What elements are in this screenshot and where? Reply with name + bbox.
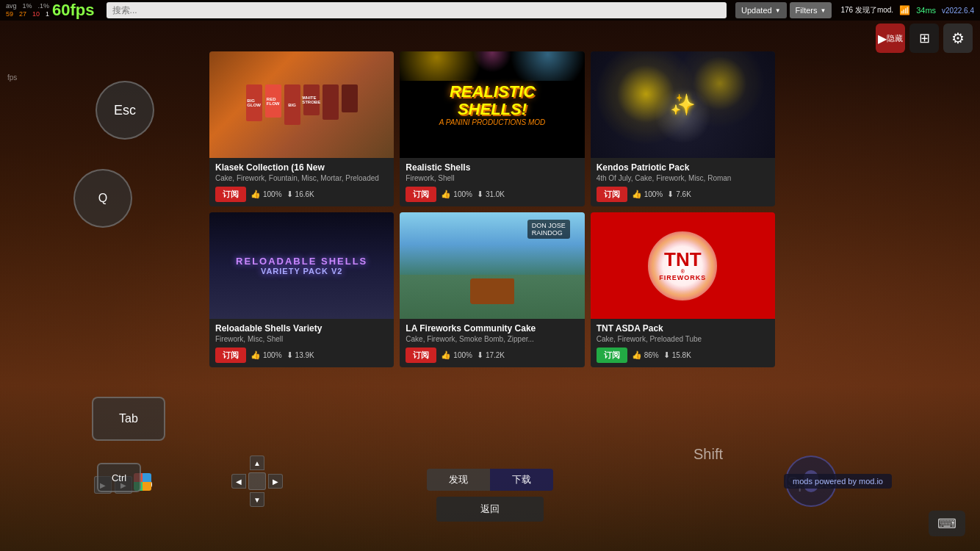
rating-la: 👍 100% [441, 350, 472, 360]
subscribe-btn-kendos[interactable]: 订阅 [597, 187, 627, 202]
mod-thumb-la: DON JOSERAINDOG [400, 212, 584, 319]
wifi-icon: 📶 [899, 5, 910, 15]
mod-card-reloadable[interactable]: RELOADABLE SHELLS VARIETY PACK V2 Reload… [209, 212, 394, 367]
mod-thumb-tnt: TNT ® FIREWORKS [591, 212, 775, 319]
thumbs-up-icon-6: 👍 [632, 350, 642, 360]
search-bar[interactable] [107, 2, 727, 18]
subscribe-btn-reloadable[interactable]: 订阅 [215, 347, 246, 363]
downloads-klasek: ⬇ 16.6K [287, 190, 314, 199]
back-button[interactable]: 返回 [436, 497, 544, 522]
settings-button[interactable]: ⚙ [943, 24, 973, 53]
filters-button[interactable]: Filters [790, 2, 832, 18]
mod-card-tnt[interactable]: TNT ® FIREWORKS TNT ASDA Pack Cake, Fire… [591, 212, 775, 367]
mod-thumb-kendos: ✨ [591, 51, 775, 158]
ctrl-key-label: Ctrl [112, 472, 126, 483]
rating-realistic: 👍 100% [441, 190, 472, 199]
fps-stats: avg1%.1% 59 27 10 1 [6, 2, 49, 18]
mod-info-tnt: TNT ASDA Pack Cake, Firework, Preloaded … [591, 319, 775, 367]
mod-card-kendos[interactable]: ✨ Kendos Patriotic Pack 4th Of July, Cak… [591, 51, 775, 206]
mods-powered-banner: mods powered by mod.io [784, 474, 892, 489]
hide-button[interactable]: ▶ 隐藏 [876, 24, 905, 53]
updated-button[interactable]: Updated [735, 2, 787, 18]
mod-title-la: LA Fireworks Community Cake [406, 323, 578, 334]
download-icon-5: ⬇ [477, 350, 483, 360]
mod-title-tnt: TNT ASDA Pack [597, 323, 769, 334]
ctrl-key[interactable]: Ctrl [97, 463, 141, 492]
download-icon-3: ⬇ [667, 190, 674, 199]
mod-actions-la: 订阅 👍 100% ⬇ 17.2K [406, 347, 578, 363]
mod-title-klasek: Klasek Collection (16 New [215, 162, 388, 173]
mod-card-realistic[interactable]: REALISTICSHELLS! A PANINI PRODUCTIONS MO… [400, 51, 584, 206]
q-label: Q [98, 192, 107, 205]
qr-icon: ⊞ [919, 30, 930, 46]
esc-label: Esc [114, 103, 136, 118]
updated-label: Updated [741, 6, 772, 15]
subscribe-btn-klasek[interactable]: 订阅 [215, 187, 246, 202]
mod-thumb-realistic: REALISTICSHELLS! A PANINI PRODUCTIONS MO… [400, 51, 584, 158]
tab-key[interactable]: Tab [92, 397, 165, 441]
realistic-main-text: REALISTICSHELLS! [439, 83, 545, 118]
mod-actions-reloadable: 订阅 👍 100% ⬇ 13.9K [215, 347, 388, 363]
downloads-reloadable: ⬇ 13.9K [287, 350, 314, 360]
dpad[interactable]: ▲ ▼ ◀ ▶ [231, 455, 283, 507]
dpad-center[interactable] [248, 472, 266, 490]
mod-info-realistic: Realistic Shells Firework, Shell 订阅 👍 10… [400, 158, 584, 206]
qr-button[interactable]: ⊞ [909, 24, 939, 53]
downloads-kendos: ⬇ 7.6K [667, 190, 691, 199]
dpad-down[interactable]: ▼ [250, 492, 264, 507]
mod-grid: BIGGLOW REDFLOW BIG WHITESTROBE Klasek C… [209, 51, 775, 367]
mod-tags-la: Cake, Firework, Smoke Bomb, Zipper... [406, 335, 578, 343]
dpad-right[interactable]: ▶ [268, 474, 283, 489]
keyboard-icon: ⌨ [937, 516, 956, 532]
mod-tags-tnt: Cake, Firework, Preloaded Tube [597, 335, 769, 343]
downloads-tnt: ⬇ 15.8K [663, 350, 691, 360]
ping-display: 34ms [916, 6, 936, 15]
version-text: v2022.6.4 [942, 7, 974, 15]
mod-tags-realistic: Firework, Shell [406, 174, 578, 182]
q-key[interactable]: Q [73, 169, 132, 228]
rating-klasek: 👍 100% [251, 190, 282, 199]
download-icon-4: ⬇ [287, 350, 293, 360]
thumbs-up-icon-4: 👍 [251, 350, 261, 360]
mod-count-text: 176 发现了mod. [840, 5, 893, 15]
shift-label: Shift [693, 446, 723, 463]
tab-discover[interactable]: 发现 [427, 469, 490, 491]
mod-thumb-reloadable: RELOADABLE SHELLS VARIETY PACK V2 [209, 212, 394, 319]
mod-title-kendos: Kendos Patriotic Pack [597, 162, 769, 173]
thumbs-up-icon-3: 👍 [632, 190, 642, 199]
dpad-up[interactable]: ▲ [250, 455, 264, 470]
mod-card-la[interactable]: DON JOSERAINDOG LA Fireworks Community C… [400, 212, 584, 367]
filters-label: Filters [796, 6, 818, 15]
hide-label: 隐藏 [887, 33, 903, 44]
fps-label: fps [7, 73, 17, 82]
thumbs-up-icon: 👍 [251, 190, 261, 199]
top-right-info: 176 发现了mod. 📶 34ms v2022.6.4 [840, 5, 974, 15]
download-icon: ⬇ [287, 190, 293, 199]
right-icons-panel: ▶ 隐藏 ⊞ ⚙ [876, 24, 973, 53]
mod-actions-tnt: 订阅 👍 86% ⬇ 15.8K [597, 347, 769, 363]
mod-card-klasek[interactable]: BIGGLOW REDFLOW BIG WHITESTROBE Klasek C… [209, 51, 394, 206]
tab-download[interactable]: 下载 [490, 469, 553, 491]
mod-info-la: LA Fireworks Community Cake Cake, Firewo… [400, 319, 584, 367]
tnt-logo: TNT ® FIREWORKS [646, 229, 719, 303]
keyboard-button[interactable]: ⌨ [929, 511, 965, 536]
dpad-left[interactable]: ◀ [231, 474, 246, 489]
esc-key[interactable]: Esc [96, 81, 154, 140]
downloads-la: ⬇ 17.2K [477, 350, 505, 360]
search-input[interactable] [112, 5, 721, 15]
mod-tags-klasek: Cake, Firework, Fountain, Misc, Mortar, … [215, 174, 388, 182]
mod-title-reloadable: Reloadable Shells Variety [215, 323, 388, 334]
rating-kendos: 👍 100% [632, 190, 663, 199]
mod-info-kendos: Kendos Patriotic Pack 4th Of July, Cake,… [591, 158, 775, 206]
download-icon-2: ⬇ [477, 190, 483, 199]
thumbs-up-icon-2: 👍 [441, 190, 451, 199]
top-bar: avg1%.1% 59 27 10 1 60fps Updated Filter… [0, 0, 980, 21]
subscribe-btn-realistic[interactable]: 订阅 [406, 187, 436, 202]
downloads-realistic: ⬇ 31.0K [477, 190, 505, 199]
subscribe-btn-tnt[interactable]: 订阅 [597, 347, 627, 363]
tab-key-label: Tab [119, 412, 138, 425]
thumbs-up-icon-5: 👍 [441, 350, 451, 360]
subscribe-btn-la[interactable]: 订阅 [406, 347, 436, 363]
reloadable-title-text: RELOADABLE SHELLS VARIETY PACK V2 [236, 256, 367, 276]
mod-actions-kendos: 订阅 👍 100% ⬇ 7.6K [597, 187, 769, 202]
